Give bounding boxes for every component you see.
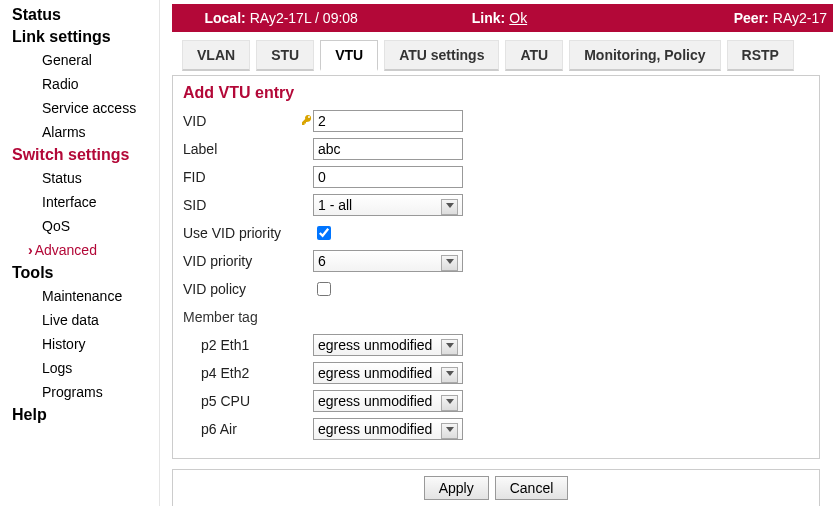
nav-advanced[interactable]: ›Advanced xyxy=(0,238,159,262)
status-link-value[interactable]: Ok xyxy=(509,10,527,26)
member-tag-label: Member tag xyxy=(183,309,313,325)
label-label: Label xyxy=(183,141,313,157)
status-local-label: Local: xyxy=(204,10,245,26)
use-vid-priority-checkbox[interactable] xyxy=(317,226,331,240)
tab-row: VLAN STU VTU ATU settings ATU Monitoring… xyxy=(172,40,831,71)
sid-label: SID xyxy=(183,197,313,213)
nav-link-settings[interactable]: Link settings xyxy=(0,26,159,48)
action-bar: Apply Cancel xyxy=(172,469,820,506)
vid-input[interactable] xyxy=(313,110,463,132)
nav-service-access[interactable]: Service access xyxy=(0,96,159,120)
port-p2-label: p2 Eth1 xyxy=(183,337,313,353)
label-input[interactable] xyxy=(313,138,463,160)
tab-atu[interactable]: ATU xyxy=(505,40,563,71)
sidebar: Status Link settings General Radio Servi… xyxy=(0,0,160,506)
nav-general[interactable]: General xyxy=(0,48,159,72)
nav-tools[interactable]: Tools xyxy=(0,262,159,284)
nav-switch-status[interactable]: Status xyxy=(0,166,159,190)
fid-input[interactable] xyxy=(313,166,463,188)
port-p4-select[interactable]: egress unmodified xyxy=(313,362,463,384)
vid-policy-checkbox[interactable] xyxy=(317,282,331,296)
tab-rstp[interactable]: RSTP xyxy=(727,40,794,71)
chevron-right-icon: › xyxy=(28,242,35,258)
nav-history[interactable]: History xyxy=(0,332,159,356)
key-icon xyxy=(301,114,313,128)
nav-qos[interactable]: QoS xyxy=(0,214,159,238)
status-peer-label: Peer: xyxy=(734,10,769,26)
port-p6-select[interactable]: egress unmodified xyxy=(313,418,463,440)
nav-programs[interactable]: Programs xyxy=(0,380,159,404)
nav-interface[interactable]: Interface xyxy=(0,190,159,214)
tab-vtu[interactable]: VTU xyxy=(320,40,378,71)
use-vid-priority-label: Use VID priority xyxy=(183,225,313,241)
vid-label: VID xyxy=(183,113,313,129)
port-p6-label: p6 Air xyxy=(183,421,313,437)
vid-policy-label: VID policy xyxy=(183,281,313,297)
nav-alarms[interactable]: Alarms xyxy=(0,120,159,144)
status-bar: Local: RAy2-17L / 09:08 Link: Ok Peer: R… xyxy=(172,4,833,32)
nav-logs[interactable]: Logs xyxy=(0,356,159,380)
status-local-value: RAy2-17L / 09:08 xyxy=(250,10,358,26)
nav-help[interactable]: Help xyxy=(0,404,159,426)
nav-radio[interactable]: Radio xyxy=(0,72,159,96)
status-peer-value: RAy2-17 xyxy=(773,10,827,26)
nav-switch-settings[interactable]: Switch settings xyxy=(0,144,159,166)
form-title: Add VTU entry xyxy=(183,84,809,102)
nav-maintenance[interactable]: Maintenance xyxy=(0,284,159,308)
main-content: Local: RAy2-17L / 09:08 Link: Ok Peer: R… xyxy=(160,0,833,506)
tab-monitoring[interactable]: Monitoring, Policy xyxy=(569,40,720,71)
nav-status[interactable]: Status xyxy=(0,4,159,26)
tab-stu[interactable]: STU xyxy=(256,40,314,71)
port-p4-label: p4 Eth2 xyxy=(183,365,313,381)
cancel-button[interactable]: Cancel xyxy=(495,476,569,500)
tab-vlan[interactable]: VLAN xyxy=(182,40,250,71)
port-p5-select[interactable]: egress unmodified xyxy=(313,390,463,412)
tab-atu-settings[interactable]: ATU settings xyxy=(384,40,499,71)
nav-live-data[interactable]: Live data xyxy=(0,308,159,332)
port-p2-select[interactable]: egress unmodified xyxy=(313,334,463,356)
vid-priority-select[interactable]: 6 xyxy=(313,250,463,272)
port-p5-label: p5 CPU xyxy=(183,393,313,409)
status-link-label: Link: xyxy=(472,10,505,26)
form-panel: Add VTU entry VID Label FID xyxy=(172,75,820,459)
apply-button[interactable]: Apply xyxy=(424,476,489,500)
sid-select[interactable]: 1 - all xyxy=(313,194,463,216)
vid-priority-label: VID priority xyxy=(183,253,313,269)
fid-label: FID xyxy=(183,169,313,185)
